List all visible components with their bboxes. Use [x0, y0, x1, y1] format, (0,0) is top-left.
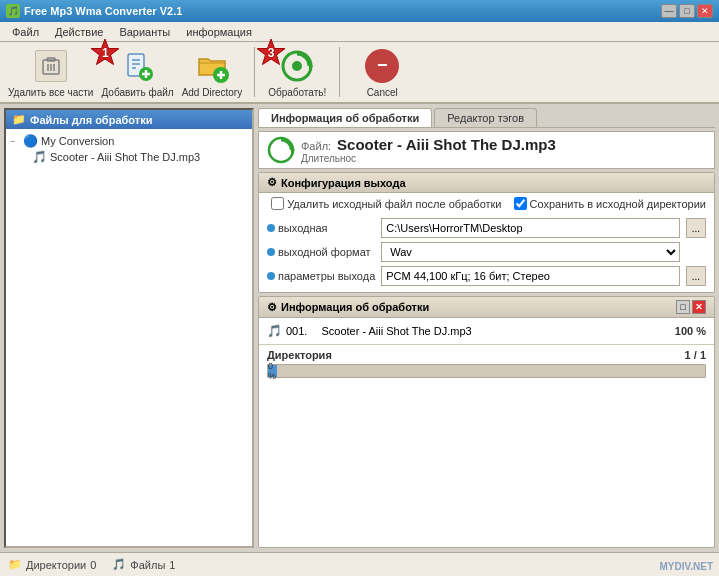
- params-input[interactable]: [381, 266, 679, 286]
- menu-file[interactable]: Файл: [4, 24, 47, 40]
- menu-info[interactable]: информация: [178, 24, 260, 40]
- process-label: Обработать!: [268, 87, 326, 98]
- toolbar: Удалить все части 1: [0, 42, 719, 104]
- processing-header-controls: □ ✕: [676, 300, 706, 314]
- checkbox-delete[interactable]: [271, 197, 284, 210]
- proc-item-name: Scooter - Aiii Shot The DJ.mp3: [321, 325, 670, 337]
- title-bar: 🎵 Free Mp3 Wma Converter V2.1 — □ ✕: [0, 0, 719, 22]
- add-dir-label: Add Directory: [182, 87, 243, 98]
- left-panel-title: Файлы для обработки: [30, 114, 152, 126]
- checkbox-delete-label[interactable]: Удалить исходный файл после обработки: [271, 197, 501, 210]
- add-dir-icon: [195, 49, 229, 83]
- minimize-button[interactable]: —: [661, 4, 677, 18]
- progress-bar-fill: 0 %: [268, 365, 277, 377]
- output-label: выходная: [267, 222, 375, 234]
- tree-file-icon: 🎵: [32, 150, 47, 164]
- tree-root-item[interactable]: − 🔵 My Conversion: [10, 133, 248, 149]
- dir-label-row: Директория 1 / 1: [267, 349, 706, 361]
- file-label: Файл:: [301, 140, 331, 152]
- format-dot: [267, 248, 275, 256]
- progress-pct: 0 %: [268, 361, 277, 381]
- tab-tag-editor[interactable]: Редактор тэгов: [434, 108, 537, 127]
- close-button[interactable]: ✕: [697, 4, 713, 18]
- config-section-title: Конфигурация выхода: [281, 177, 406, 189]
- badge-1-overlay: 1: [89, 37, 121, 69]
- badge-1-number: 1: [102, 46, 109, 60]
- add-file-button[interactable]: 1 Добавить файл: [101, 47, 173, 98]
- svg-point-20: [269, 138, 293, 162]
- proc-ctrl-close[interactable]: ✕: [692, 300, 706, 314]
- file-tree: − 🔵 My Conversion 🎵 Scooter - Aiii Shot …: [6, 129, 252, 546]
- tabs-row: Информация об обработки Редактор тэгов: [258, 108, 715, 128]
- processing-section: ⚙ Информация об обработки □ ✕ 🎵 001. Sco…: [258, 296, 715, 548]
- config-section-header: ⚙ Конфигурация выхода: [259, 173, 714, 193]
- status-files-label: Файлы: [130, 559, 165, 571]
- params-browse-button[interactable]: ...: [686, 266, 706, 286]
- proc-ctrl-minimize[interactable]: □: [676, 300, 690, 314]
- status-dirs-label: Директории: [26, 559, 86, 571]
- file-info-icon: [267, 136, 295, 164]
- badge-3-overlay: 3: [255, 37, 287, 69]
- status-files: 🎵 Файлы 1: [112, 558, 175, 571]
- config-grid: выходная ... выходной формат Wav Mp3 Wma…: [259, 212, 714, 292]
- proc-item-num: 001.: [286, 325, 307, 337]
- bottom-info: Директория 1 / 1 0 %: [259, 344, 714, 382]
- tree-child-item[interactable]: 🎵 Scooter - Aiii Shot The DJ.mp3: [32, 149, 248, 165]
- watermark: MYDIV.NET: [659, 561, 713, 572]
- proc-item-pct: 100 %: [675, 325, 706, 337]
- add-directory-button[interactable]: Add Directory: [182, 47, 243, 98]
- app-icon: 🎵: [6, 4, 20, 18]
- right-panel: Информация об обработки Редактор тэгов Ф…: [258, 108, 715, 548]
- delete-all-button[interactable]: Удалить все части: [8, 47, 93, 98]
- proc-item-icon: 🎵: [267, 324, 282, 338]
- checkbox-save[interactable]: [514, 197, 527, 210]
- status-dirs-count: 0: [90, 559, 96, 571]
- tree-root-icon: 🔵: [23, 134, 38, 148]
- tree-child-label: Scooter - Aiii Shot The DJ.mp3: [50, 151, 200, 163]
- status-file-icon: 🎵: [112, 558, 126, 571]
- status-dir-icon: 📁: [8, 558, 22, 571]
- left-panel: 📁 Файлы для обработки − 🔵 My Conversion …: [4, 108, 254, 548]
- tree-root-label: My Conversion: [41, 135, 114, 147]
- format-label: выходной формат: [267, 246, 375, 258]
- config-gear-icon: ⚙: [267, 176, 277, 189]
- file-name: Scooter - Aiii Shot The DJ.mp3: [337, 136, 556, 153]
- delete-icon: [35, 50, 67, 82]
- checkbox-save-label[interactable]: Сохранить в исходной директории: [514, 197, 707, 210]
- file-info-bar: Файл: Scooter - Aiii Shot The DJ.mp3 Дли…: [258, 131, 715, 169]
- file-duration-label: Длительнос: [301, 153, 556, 164]
- dir-progress: 1 / 1: [685, 349, 706, 361]
- params-label: параметры выхода: [267, 270, 375, 282]
- delete-all-label: Удалить все части: [8, 87, 93, 98]
- checkbox-row: Удалить исходный файл после обработки Со…: [259, 193, 714, 212]
- processing-header-left: ⚙ Информация об обработки: [267, 301, 429, 314]
- maximize-button[interactable]: □: [679, 4, 695, 18]
- processing-gear-icon: ⚙: [267, 301, 277, 314]
- tab-processing-info[interactable]: Информация об обработки: [258, 108, 432, 127]
- output-dot: [267, 224, 275, 232]
- badge-3-number: 3: [268, 46, 275, 60]
- process-button[interactable]: 3 Обработать!: [267, 47, 327, 98]
- config-section: ⚙ Конфигурация выхода Удалить исходный ф…: [258, 172, 715, 293]
- format-select[interactable]: Wav Mp3 Wma Ogg: [381, 242, 679, 262]
- app-title: Free Mp3 Wma Converter V2.1: [24, 5, 182, 17]
- params-dot: [267, 272, 275, 280]
- status-bar: 📁 Директории 0 🎵 Файлы 1: [0, 552, 719, 576]
- toolbar-sep-2: [339, 47, 340, 97]
- output-browse-button[interactable]: ...: [686, 218, 706, 238]
- proc-item: 🎵 001. Scooter - Aiii Shot The DJ.mp3 10…: [263, 322, 710, 340]
- status-dirs: 📁 Директории 0: [8, 558, 96, 571]
- progress-bar: 0 %: [267, 364, 706, 378]
- cancel-label: Cancel: [367, 87, 398, 98]
- status-files-count: 1: [169, 559, 175, 571]
- add-file-label: Добавить файл: [101, 87, 173, 98]
- svg-point-19: [292, 61, 302, 71]
- dir-label: Директория: [267, 349, 332, 361]
- folder-icon: 📁: [12, 113, 26, 126]
- processing-list: 🎵 001. Scooter - Aiii Shot The DJ.mp3 10…: [259, 318, 714, 344]
- cancel-button[interactable]: − Cancel: [352, 47, 412, 98]
- processing-title: Информация об обработки: [281, 301, 429, 313]
- output-path-input[interactable]: [381, 218, 679, 238]
- cancel-icon: −: [365, 49, 399, 83]
- main-area: 📁 Файлы для обработки − 🔵 My Conversion …: [0, 104, 719, 552]
